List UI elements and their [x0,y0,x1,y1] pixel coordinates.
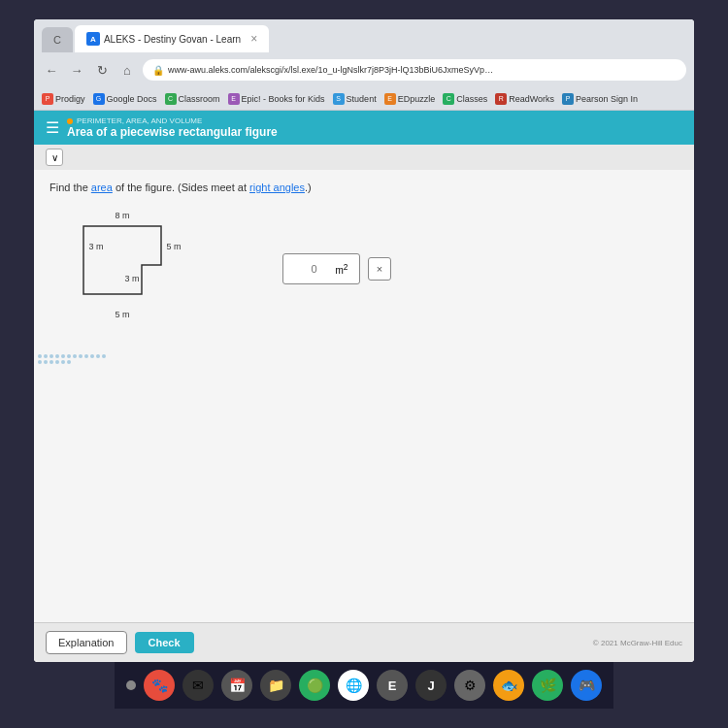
header-category: PERIMETER, AREA, AND VOLUME [67,116,278,125]
unit-label: m2 [336,262,348,276]
figure-container: 8 m 3 m 5 m 3 m 5 m [50,209,678,329]
taskbar: 🐾 ✉ 📅 📁 🟢 🌐 E J ⚙ 🐟 🌿 🎮 [115,662,613,709]
laptop-screen: C A ALEKS - Destiny Govan - Learn × ← → … [0,0,728,728]
bookmark-edpuzzle[interactable]: E EDpuzzle [384,93,436,105]
action-buttons: Explanation Check [46,631,194,654]
pearson-icon: P [562,93,574,105]
taskbar-icon-files[interactable]: 📁 [260,670,291,701]
decorative-dots [34,350,112,368]
check-button[interactable]: Check [135,632,194,653]
tab-favicon: A [86,32,100,46]
shape-wrapper: 8 m 3 m 5 m 3 m 5 m [69,209,224,329]
taskbar-icon-calendar[interactable]: 📅 [221,670,252,701]
left-dimension: 3 m [88,242,103,251]
taskbar-icon-mail[interactable]: ✉ [182,670,214,701]
url-input[interactable]: 🔒 www-awu.aleks.com/alekscgi/x/lsl.exe/1… [143,59,686,81]
copyright-text: © 2021 McGraw-Hill Educ [593,639,682,647]
bookmarks-bar: P Prodigy G Google Docs C Classroom E Ep… [34,87,694,111]
chevron-down-button[interactable]: ∨ [46,149,63,166]
tab-inactive[interactable]: C [42,27,73,52]
l-shape-path [83,226,161,294]
problem-text: Find the area of the figure. (Sides meet… [50,182,678,193]
clear-button[interactable]: × [368,257,391,281]
tab-bar: C A ALEKS - Destiny Govan - Learn × [34,19,694,52]
right-angles-link[interactable]: right angles [249,182,305,193]
classes-icon: C [443,93,454,105]
reload-button[interactable]: ↻ [92,60,112,80]
chevron-bar: ∨ [34,145,694,170]
bookmark-classroom[interactable]: C Classroom [165,93,220,105]
bookmark-pearson[interactable]: P Pearson Sign In [562,93,638,105]
tab-close-button[interactable]: × [250,32,257,46]
answer-box: m2 [282,253,360,284]
readworks-icon: R [495,93,507,105]
address-bar: ← → ↻ ⌂ 🔒 www-awu.aleks.com/alekscgi/x/l… [34,52,694,87]
classroom-icon: C [165,93,177,105]
bookmark-prodigy[interactable]: P Prodigy [42,93,85,105]
bookmark-student[interactable]: S Student [333,93,377,105]
top-dimension: 8 m [115,211,129,220]
taskbar-icon-e[interactable]: E [377,670,408,701]
category-dot [67,118,73,124]
answer-input[interactable] [295,255,334,282]
right-dimension: 5 m [166,242,181,251]
shape-svg: 8 m 3 m 5 m 3 m 5 m [69,209,224,325]
bottom-bar: Explanation Check © 2021 McGraw-Hill Edu… [34,622,694,662]
page-content: ☰ PERIMETER, AREA, AND VOLUME Area of a … [34,111,694,662]
bottom-dimension: 5 m [115,310,129,319]
aleks-header: ☰ PERIMETER, AREA, AND VOLUME Area of a … [34,111,694,145]
forward-button[interactable]: → [67,60,86,80]
browser-chrome: C A ALEKS - Destiny Govan - Learn × ← → … [34,19,694,111]
explanation-button[interactable]: Explanation [46,631,127,654]
tab-active[interactable]: A ALEKS - Destiny Govan - Learn × [75,25,269,52]
bookmark-epic[interactable]: E Epic! - Books for Kids [228,93,325,105]
header-text: PERIMETER, AREA, AND VOLUME Area of a pi… [67,116,278,139]
taskbar-icon-leaf[interactable]: 🌿 [532,670,563,701]
back-button[interactable]: ← [42,60,61,80]
bookmark-readworks[interactable]: R ReadWorks [495,93,554,105]
taskbar-icon-settings[interactable]: ⚙ [454,670,485,701]
edpuzzle-icon: E [384,93,396,105]
home-button[interactable]: ⌂ [117,60,137,80]
taskbar-icon-green[interactable]: 🟢 [299,670,330,701]
notch-height-dimension: 3 m [124,274,139,283]
taskbar-icon-fish[interactable]: 🐟 [493,670,524,701]
bookmark-classes[interactable]: C Classes [443,93,487,105]
taskbar-icon-game[interactable]: 🎮 [571,670,602,701]
start-button[interactable] [126,680,136,690]
taskbar-icon-pet[interactable]: 🐾 [144,670,175,701]
prodigy-icon: P [42,93,53,105]
taskbar-icon-chrome[interactable]: 🌐 [338,670,369,701]
epic-icon: E [228,93,240,105]
screen-content: C A ALEKS - Destiny Govan - Learn × ← → … [34,19,694,662]
answer-area: m2 × [282,253,391,284]
googledocs-icon: G [93,93,105,105]
problem-area: Find the area of the figure. (Sides meet… [34,170,694,622]
taskbar-icon-j[interactable]: J [415,670,447,701]
hamburger-menu[interactable]: ☰ [46,118,59,137]
student-icon: S [333,93,345,105]
bookmark-googledocs[interactable]: G Google Docs [93,93,157,105]
area-link[interactable]: area [91,182,113,193]
header-title: Area of a piecewise rectangular figure [67,125,278,139]
